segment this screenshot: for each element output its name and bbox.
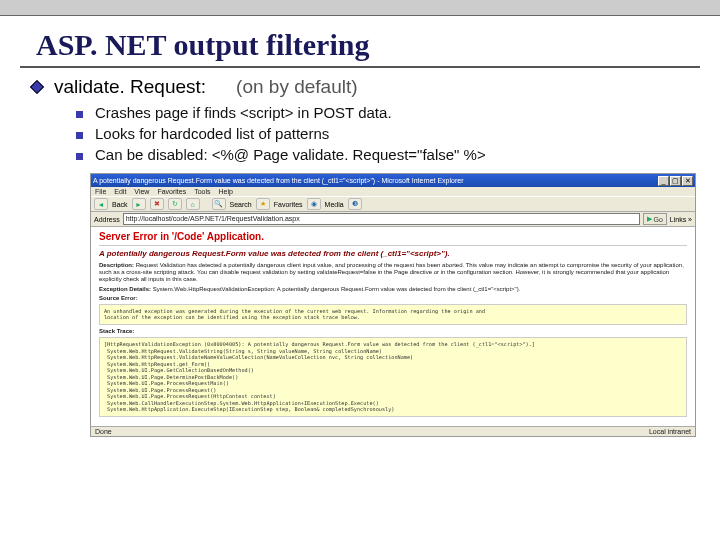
back-button[interactable]: ◄: [94, 198, 108, 210]
status-left: Done: [95, 428, 112, 435]
square-icon: [76, 153, 83, 160]
exception-text: System.Web.HttpRequestValidationExceptio…: [153, 286, 521, 292]
back-label[interactable]: Back: [112, 201, 128, 208]
history-button[interactable]: ❸: [348, 198, 362, 210]
sub-bullet-text: Can be disabled: <%@ Page validate. Requ…: [95, 146, 486, 163]
menu-bar: File Edit View Favorites Tools Help: [91, 187, 695, 196]
go-label: Go: [654, 216, 663, 223]
menu-item[interactable]: View: [134, 188, 149, 195]
source-error-box: An unhandled exception was generated dur…: [99, 304, 687, 325]
media-label[interactable]: Media: [325, 201, 344, 208]
close-button[interactable]: ✕: [682, 176, 693, 186]
square-icon: [76, 111, 83, 118]
search-label[interactable]: Search: [230, 201, 252, 208]
square-icon: [76, 132, 83, 139]
sub-bullet: Crashes page if finds <script> in POST d…: [76, 104, 720, 121]
title-rule: [20, 66, 700, 68]
sub-bullet: Looks for hardcoded list of patterns: [76, 125, 720, 142]
diamond-icon: [30, 80, 44, 94]
minimize-button[interactable]: _: [658, 176, 669, 186]
exception-label: Exception Details:: [99, 286, 151, 292]
error-page: Server Error in '/Code' Application. A p…: [91, 227, 695, 426]
sub-bullet-text: Looks for hardcoded list of patterns: [95, 125, 329, 142]
status-right: Local intranet: [649, 428, 691, 435]
main-bullet-note: (on by default): [236, 76, 357, 98]
favorites-label[interactable]: Favorites: [274, 201, 303, 208]
stack-trace-label: Stack Trace:: [99, 328, 134, 334]
sub-bullet-list: Crashes page if finds <script> in POST d…: [76, 104, 720, 163]
links-label[interactable]: Links »: [670, 216, 692, 223]
menu-item[interactable]: File: [95, 188, 106, 195]
divider: [99, 245, 687, 246]
status-bar: Done Local intranet: [91, 426, 695, 436]
error-message: A potentially dangerous Request.Form val…: [99, 249, 687, 258]
toolbar: ◄ Back ► ✖ ↻ ⌂ 🔍 Search ★ Favorites ◉ Me…: [91, 196, 695, 212]
menu-item[interactable]: Help: [219, 188, 233, 195]
description-label: Description:: [99, 262, 134, 268]
window-titlebar: A potentially dangerous Request.Form val…: [91, 174, 695, 187]
exception-details: Exception Details: System.Web.HttpReques…: [99, 286, 687, 293]
topbar: [0, 0, 720, 16]
menu-item[interactable]: Tools: [194, 188, 210, 195]
window-title: A potentially dangerous Request.Form val…: [93, 177, 464, 184]
address-input[interactable]: http://localhost/code/ASP.NET/1/RequestV…: [123, 213, 640, 225]
media-button[interactable]: ◉: [307, 198, 321, 210]
maximize-button[interactable]: ▢: [670, 176, 681, 186]
forward-button[interactable]: ►: [132, 198, 146, 210]
source-error-label: Source Error:: [99, 295, 138, 301]
server-error-heading: Server Error in '/Code' Application.: [99, 231, 687, 242]
sub-bullet-text: Crashes page if finds <script> in POST d…: [95, 104, 392, 121]
home-button[interactable]: ⌂: [186, 198, 200, 210]
menu-item[interactable]: Favorites: [157, 188, 186, 195]
stack-trace-box: [HttpRequestValidationException (0x80004…: [99, 337, 687, 417]
slide: ASP. NET output filtering validate. Requ…: [0, 0, 720, 540]
main-bullet: validate. Request: (on by default): [32, 76, 720, 98]
search-button[interactable]: 🔍: [212, 198, 226, 210]
stop-button[interactable]: ✖: [150, 198, 164, 210]
address-bar: Address http://localhost/code/ASP.NET/1/…: [91, 212, 695, 227]
browser-window: A potentially dangerous Request.Form val…: [90, 173, 696, 437]
slide-title: ASP. NET output filtering: [0, 16, 720, 66]
sub-bullet: Can be disabled: <%@ Page validate. Requ…: [76, 146, 720, 163]
go-button[interactable]: ▶ Go: [643, 213, 667, 225]
main-bullet-label: validate. Request:: [54, 76, 206, 98]
favorites-button[interactable]: ★: [256, 198, 270, 210]
description-text: Request Validation has detected a potent…: [99, 262, 684, 282]
menu-item[interactable]: Edit: [114, 188, 126, 195]
refresh-button[interactable]: ↻: [168, 198, 182, 210]
address-label: Address: [94, 216, 120, 223]
description: Description: Request Validation has dete…: [99, 262, 687, 284]
